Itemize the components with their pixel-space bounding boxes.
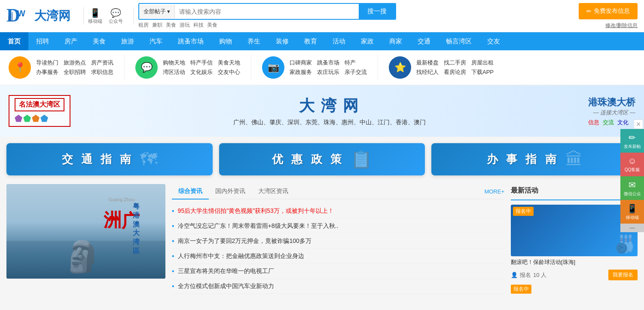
subnav-link-kids[interactable]: 亲子交流 — [345, 68, 367, 76]
subnav-link-food-world[interactable]: 美食天地 — [218, 59, 240, 67]
side-float-close[interactable]: × — [634, 120, 643, 129]
subnav-link-guide[interactable]: 导读热门 — [36, 59, 58, 67]
subnav-link-second-hand[interactable]: 找二手房 — [444, 59, 466, 67]
logo-icon: D W — [6, 4, 32, 28]
chat-icon: 💬 — [135, 56, 158, 79]
subnav-link-housekeep[interactable]: 家政服务 — [290, 68, 312, 76]
divider-mobile — [83, 7, 84, 25]
banner-title: 大 湾 网 — [79, 95, 580, 117]
activity-badge-2: 报名中 — [511, 285, 531, 294]
star-icon: ⭐ — [389, 56, 411, 79]
subnav-links-3: 口碑商家 跳蚤市场 特产 家政服务 农庄玩乐 亲子交流 — [290, 59, 367, 76]
link-info[interactable]: 信息 — [588, 119, 599, 126]
tag-3[interactable]: 美食 — [166, 21, 176, 29]
subnav-link-shopping[interactable]: 购物天地 — [163, 59, 185, 67]
subnav-link-travel-hot[interactable]: 旅游热点 — [64, 59, 86, 67]
tag-4[interactable]: 游玩 — [180, 21, 190, 29]
nav-item-health[interactable]: 养生 — [240, 32, 268, 50]
subnav-link-download[interactable]: 下载APP — [471, 68, 494, 76]
tab-integrated[interactable]: 综合资讯 — [172, 184, 209, 200]
location-icon: 📍 — [9, 56, 31, 79]
subnav-link-rent[interactable]: 房屋出租 — [471, 59, 494, 67]
side-minimize[interactable]: — — [620, 224, 644, 232]
tag-5[interactable]: 科技 — [193, 21, 204, 29]
nav-item-education[interactable]: 教育 — [296, 32, 325, 50]
subnav-link-farm[interactable]: 农庄玩乐 — [317, 68, 339, 76]
nav-item-property[interactable]: 房产 — [57, 32, 85, 50]
subnav-link-property-news[interactable]: 房产资讯 — [91, 59, 113, 67]
mobile-label: 移动端 — [626, 215, 639, 221]
tab-domestic[interactable]: 国内外资讯 — [209, 184, 252, 200]
news-item-4[interactable]: 人行梅州市中支：把金融优惠政策送到企业身边 — [172, 249, 504, 264]
nav-item-bay-talk[interactable]: 畅言湾区 — [438, 32, 479, 50]
news-item-5[interactable]: 三星宣布将关闭在华唯一的电视工厂 — [172, 264, 504, 279]
subnav-link-social[interactable]: 交友中心 — [218, 68, 240, 76]
nav-item-home[interactable]: 首页 — [0, 32, 28, 50]
activity-desc-1: 翻滚吧！保龄球活动[珠海] — [511, 258, 638, 266]
subnav-link-new-building[interactable]: 最新楼盘 — [416, 59, 439, 67]
tab-bayarea[interactable]: 大湾区资讯 — [252, 184, 295, 200]
signup-button-1[interactable]: 我要报名 — [608, 270, 638, 280]
subnav-link-gov[interactable]: 办事服务 — [36, 68, 58, 76]
link-exchange[interactable]: 交流 — [603, 119, 614, 126]
tag-1[interactable]: 租房 — [138, 21, 149, 29]
nav-item-car[interactable]: 汽车 — [142, 32, 170, 50]
news-item-6[interactable]: 全方位模式创新成中国汽车业新动力 — [172, 279, 504, 294]
news-more-link[interactable]: MORE+ — [484, 188, 504, 195]
activity-info-1: 👤 报名 10 人 我要报名 — [511, 270, 638, 280]
search-category-select[interactable]: 全部帖子 ▾ — [139, 5, 175, 18]
nav-item-merchant[interactable]: 商家 — [382, 32, 410, 50]
side-btn-mobile[interactable]: 📱 移动端 — [620, 200, 644, 224]
news-item-1[interactable]: 95后大学生情侣拍"黄色视频"获利53万，或被判十年以上！ — [172, 204, 504, 219]
modify-link[interactable]: 修改/删除信息 — [605, 22, 638, 29]
subnav-links-4: 最新楼盘 找二手房 房屋出租 找经纪人 看房论房 下载APP — [416, 59, 494, 76]
subnav-link-special[interactable]: 特产 — [345, 59, 356, 67]
side-btn-publish[interactable]: ✏ 发布新帖 — [620, 129, 644, 153]
publish-button[interactable]: ✏ 免费发布信息 — [579, 3, 638, 19]
nav-item-social[interactable]: 交友 — [479, 32, 508, 50]
quick-btn-transport[interactable]: 交 通 指 南 🗺 — [6, 143, 213, 175]
signup-label: 报名 — [520, 271, 531, 279]
side-btn-wechat[interactable]: ✉ 微信公众 — [620, 176, 644, 200]
link-culture[interactable]: 文化 — [617, 119, 629, 126]
subnav-link-agent[interactable]: 找经纪人 — [416, 68, 439, 76]
nav-item-flea[interactable]: 跳蚤市场 — [170, 32, 211, 50]
news-item-3[interactable]: 南京一女子为了要回2万元押金，竟被诈骗100多万 — [172, 234, 504, 249]
quick-btn-policy-text: 优 惠 政 策 — [272, 152, 344, 167]
city-bay-text: 粤港澳大湾區 — [104, 202, 140, 256]
nav-item-food[interactable]: 美食 — [85, 32, 113, 50]
nav-item-home-service[interactable]: 家政 — [353, 32, 382, 50]
search-input[interactable] — [175, 5, 359, 18]
tag-6[interactable]: 美食 — [207, 21, 217, 29]
publish-label: 发布新帖 — [624, 144, 641, 150]
subnav-link-culture[interactable]: 文化娱乐 — [190, 68, 213, 76]
subnav-link-forum[interactable]: 看房论房 — [444, 68, 466, 76]
city-name-overlay: 广洲 Guang Zhou 粤港澳大湾區 — [104, 190, 140, 256]
right-panel: 最新活动 报名中 🎳 翻滚吧！保龄球活动[珠海] 👤 报名 10 人 我要报名 … — [511, 184, 638, 296]
news-item-2[interactable]: 冷空气没忘记广东！周末带着雷雨+8级大风要来！至于入秋.. — [172, 219, 504, 234]
center-panel: 综合资讯 国内外资讯 大湾区资讯 MORE+ 95后大学生情侣拍"黄色视频"获利… — [172, 184, 504, 296]
subnav-link-merchant[interactable]: 口碑商家 — [290, 59, 312, 67]
search-button[interactable]: 搜一搜 — [359, 4, 395, 19]
subnav-link-jobsearch[interactable]: 求职信息 — [91, 68, 113, 76]
nav-item-jobs[interactable]: 招聘 — [28, 32, 57, 50]
subnav-link-flea[interactable]: 跳蚤市场 — [317, 59, 339, 67]
side-btn-qq[interactable]: ☺ QQ客服 — [620, 153, 644, 176]
nav-item-shopping[interactable]: 购物 — [211, 32, 240, 50]
quick-btn-office[interactable]: 办 事 指 南 🏛 — [431, 143, 638, 175]
subnav-link-bay-events[interactable]: 湾区活动 — [163, 68, 185, 76]
subnav-link-fulltime[interactable]: 全职招聘 — [64, 68, 86, 76]
qq-icon: ☺ — [628, 156, 636, 166]
svg-rect-4 — [8, 16, 9, 21]
nav-item-decor[interactable]: 装修 — [268, 32, 296, 50]
quick-btn-policy[interactable]: 优 惠 政 策 📋 — [219, 143, 425, 175]
tag-2[interactable]: 兼职 — [152, 21, 162, 29]
news-tabs: 综合资讯 国内外资讯 大湾区资讯 MORE+ — [172, 184, 504, 200]
subnav-link-specialty[interactable]: 特产手信 — [190, 59, 213, 67]
nav-item-events[interactable]: 活动 — [325, 32, 353, 50]
wechat-btn[interactable]: 💬 公众号 — [109, 8, 123, 25]
mobile-btn[interactable]: 📱 移动端 — [88, 8, 102, 25]
nav-item-travel[interactable]: 旅游 — [113, 32, 142, 50]
nav-item-transport[interactable]: 交通 — [410, 32, 438, 50]
subnav-group-2: 💬 购物天地 特产手信 美食天地 湾区活动 文化娱乐 交友中心 — [135, 56, 240, 79]
